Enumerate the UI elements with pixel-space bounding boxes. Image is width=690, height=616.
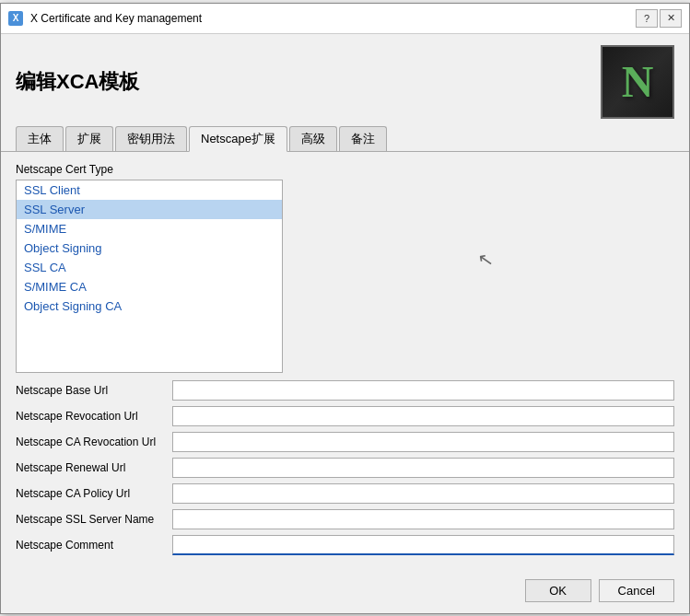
help-button[interactable]: ?: [636, 9, 658, 28]
input-base-url[interactable]: [172, 380, 674, 401]
ok-button[interactable]: OK: [525, 579, 591, 602]
field-row-ca-policy-url: Netscape CA Policy Url: [16, 483, 674, 504]
field-row-revocation-url: Netscape Revocation Url: [16, 406, 674, 426]
cursor-icon: ↖: [476, 247, 496, 272]
dialog-title: 编辑XCA模板: [16, 68, 139, 96]
input-renewal-url[interactable]: [172, 458, 674, 478]
field-row-base-url: Netscape Base Url: [16, 380, 674, 401]
tab-notes[interactable]: 备注: [339, 126, 387, 151]
cert-type-label: Netscape Cert Type: [16, 163, 283, 176]
field-row-renewal-url: Netscape Renewal Url: [16, 458, 674, 478]
cert-type-ssl-server[interactable]: SSL Server: [17, 200, 282, 219]
tab-netscape[interactable]: Netscape扩展: [189, 126, 287, 152]
dialog-footer: OK Cancel: [1, 572, 689, 613]
fields-section: Netscape Base Url Netscape Revocation Ur…: [16, 373, 674, 555]
cert-type-object-signing-ca[interactable]: Object Signing CA: [17, 296, 282, 316]
input-ca-policy-url[interactable]: [172, 483, 674, 504]
app-icon: X: [8, 11, 23, 26]
label-ca-policy-url: Netscape CA Policy Url: [16, 487, 172, 500]
input-ca-revocation-url[interactable]: [172, 432, 674, 452]
tab-subject[interactable]: 主体: [16, 126, 64, 151]
label-ca-revocation-url: Netscape CA Revocation Url: [16, 436, 172, 448]
top-section: Netscape Cert Type SSL Client SSL Server…: [16, 163, 674, 373]
cert-type-object-signing[interactable]: Object Signing: [17, 238, 282, 258]
tab-key-usage[interactable]: 密钥用法: [115, 126, 187, 151]
dialog-header: 编辑XCA模板 N: [1, 34, 689, 126]
label-comment: Netscape Comment: [16, 539, 172, 552]
input-revocation-url[interactable]: [172, 406, 674, 426]
cursor-area: ↖: [298, 163, 674, 356]
cert-type-ssl-ca[interactable]: SSL CA: [17, 258, 282, 277]
tab-extensions[interactable]: 扩展: [65, 126, 113, 151]
label-ssl-server-name: Netscape SSL Server Name: [16, 513, 172, 526]
cancel-button[interactable]: Cancel: [599, 579, 674, 602]
main-window: X X Certificate and Key management ? ✕ 编…: [0, 3, 690, 614]
tabs-bar: 主体 扩展 密钥用法 Netscape扩展 高级 备注: [1, 126, 689, 152]
netscape-logo: N: [601, 45, 674, 119]
field-row-ca-revocation-url: Netscape CA Revocation Url: [16, 432, 674, 452]
cert-type-list[interactable]: SSL Client SSL Server S/MIME Object Sign…: [16, 180, 283, 373]
input-ssl-server-name[interactable]: [172, 509, 674, 529]
cert-type-smime-ca[interactable]: S/MIME CA: [17, 277, 282, 296]
cert-type-box: Netscape Cert Type SSL Client SSL Server…: [16, 163, 283, 373]
field-row-comment: Netscape Comment: [16, 535, 674, 555]
cert-type-smime[interactable]: S/MIME: [17, 219, 282, 238]
tab-advanced[interactable]: 高级: [289, 126, 337, 151]
window-controls: ? ✕: [636, 9, 682, 28]
window-title: X Certificate and Key management: [30, 12, 628, 25]
title-bar: X X Certificate and Key management ? ✕: [1, 4, 689, 34]
label-revocation-url: Netscape Revocation Url: [16, 410, 172, 423]
close-button[interactable]: ✕: [660, 9, 682, 28]
input-comment[interactable]: [172, 535, 674, 555]
field-row-ssl-server-name: Netscape SSL Server Name: [16, 509, 674, 529]
content-area: Netscape Cert Type SSL Client SSL Server…: [1, 152, 689, 572]
cert-type-ssl-client[interactable]: SSL Client: [17, 180, 282, 200]
label-base-url: Netscape Base Url: [16, 384, 172, 397]
label-renewal-url: Netscape Renewal Url: [16, 461, 172, 474]
